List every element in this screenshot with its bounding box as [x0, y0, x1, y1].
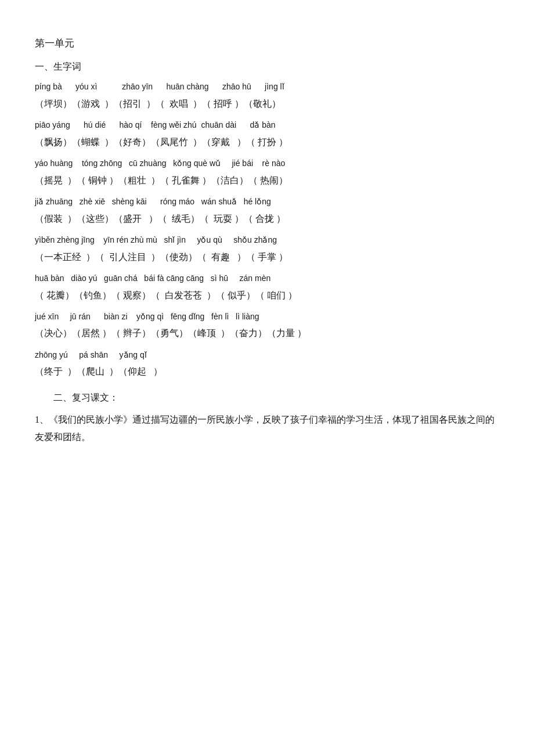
chinese-4: （假装 ）（这些）（盛开 ）（ 绒毛）（ 玩耍 ）（ 合拢 ） — [35, 211, 499, 228]
pinyin-8: zhōng yú pá shān yǎng qǐ — [35, 348, 499, 362]
vocab-block-4: jiǎ zhuāng zhè xiē shèng kāi róng máo wá… — [35, 195, 499, 227]
vocab-block-3: yáo huàng tóng zhōng cū zhuàng kǒng què … — [35, 156, 499, 189]
pinyin-4: jiǎ zhuāng zhè xiē shèng kāi róng máo wá… — [35, 195, 499, 209]
pinyin-5: yìběn zhèng jīng yīn rén zhù mù shǐ jìn … — [35, 233, 499, 247]
review-item-1: 1、《我们的民族小学》通过描写边疆的一所民族小学，反映了孩子们幸福的学习生活，体… — [35, 411, 499, 447]
vocab-block-5: yìběn zhèng jīng yīn rén zhù mù shǐ jìn … — [35, 233, 499, 265]
chinese-3: （摇晃 ）（ 铜钟 ）（粗壮 ）（ 孔雀舞 ）（洁白）（ 热闹） — [35, 172, 499, 189]
pinyin-6: huā bàn diào yú guān chá bái fà cāng cān… — [35, 271, 499, 286]
chinese-7: （决心）（居然 ）（ 辫子）（勇气）（峰顶 ）（奋力）（力量 ） — [35, 325, 499, 342]
chinese-5: （一本正经 ）（ 引人注目 ）（使劲）（ 有趣 ）（ 手掌 ） — [35, 249, 499, 266]
review-section: 二、复习课文： 1、《我们的民族小学》通过描写边疆的一所民族小学，反映了孩子们幸… — [35, 390, 499, 447]
pinyin-1: píng bà yóu xì zhāo yīn huān chàng zhāo … — [35, 80, 499, 94]
main-title: 第一单元 — [35, 35, 499, 53]
vocab-block-8: zhōng yú pá shān yǎng qǐ （终于 ）（爬山 ）（仰起 ） — [35, 348, 499, 380]
vocab-block-2: piāo yáng hú dié hào qí fèng wěi zhú chu… — [35, 118, 499, 150]
chinese-2: （飘扬）（蝴蝶 ）（好奇）（凤尾竹 ）（穿戴 ）（ 打扮 ） — [35, 134, 499, 151]
page-container: 第一单元 一、生字词 píng bà yóu xì zhāo yīn huān … — [35, 35, 499, 447]
vocab-block-1: píng bà yóu xì zhāo yīn huān chàng zhāo … — [35, 80, 499, 112]
chinese-6: （ 花瓣）（钓鱼）（ 观察）（ 白发苍苍 ）（ 似乎）（ 咱们 ） — [35, 287, 499, 304]
chinese-1: （坪坝）（游戏 ）（招引 ）（ 欢唱 ）（ 招呼 ）（敬礼） — [35, 96, 499, 113]
vocab-block-6: huā bàn diào yú guān chá bái fà cāng cān… — [35, 271, 499, 304]
pinyin-2: piāo yáng hú dié hào qí fèng wěi zhú chu… — [35, 118, 499, 132]
section2-title: 二、复习课文： — [35, 390, 499, 406]
vocab-block-7: jué xīn jū rán biàn zi yǒng qì fēng dǐng… — [35, 309, 499, 342]
pinyin-3: yáo huàng tóng zhōng cū zhuàng kǒng què … — [35, 156, 499, 171]
pinyin-7: jué xīn jū rán biàn zi yǒng qì fēng dǐng… — [35, 309, 499, 324]
chinese-8: （终于 ）（爬山 ）（仰起 ） — [35, 363, 499, 380]
section1-title: 一、生字词 — [35, 59, 499, 75]
